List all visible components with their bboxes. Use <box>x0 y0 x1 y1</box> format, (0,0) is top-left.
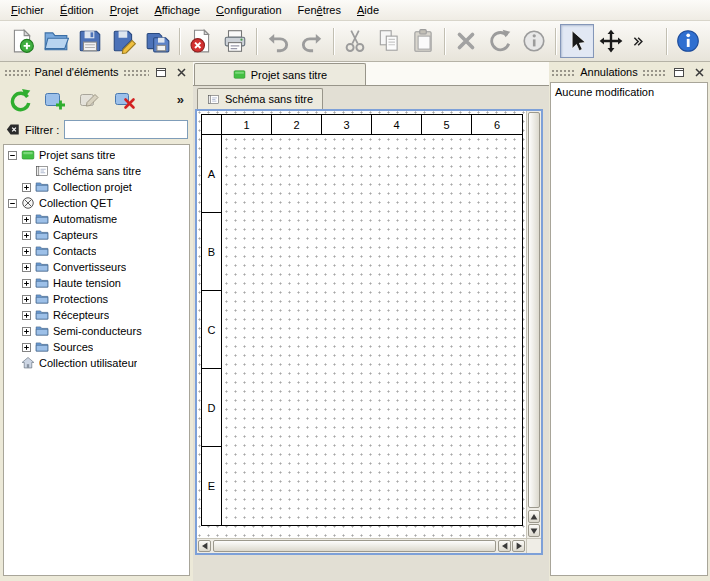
tree-item-collection-qet[interactable]: Collection QET <box>4 195 189 211</box>
tab-schema-sans-titre[interactable]: Schéma sans titre <box>197 88 323 109</box>
save-button[interactable] <box>73 24 107 58</box>
collapse-toggle[interactable] <box>7 199 18 208</box>
dock-grip[interactable] <box>551 68 576 77</box>
folder-icon <box>34 244 50 258</box>
open-document-button[interactable] <box>39 24 73 58</box>
cut-icon <box>342 28 368 54</box>
print-button[interactable] <box>218 24 252 58</box>
tree-item-protections[interactable]: Protections <box>4 291 189 307</box>
arrow-down-icon <box>530 527 538 535</box>
save-all-button[interactable] <box>141 24 175 58</box>
horizontal-scrollbar[interactable] <box>197 538 526 553</box>
tree-item-collection-utilisateur[interactable]: Collection utilisateur <box>4 355 189 371</box>
float-button[interactable] <box>153 65 169 79</box>
elements-panel-title: Panel d'éléments <box>34 66 118 78</box>
copy-button[interactable] <box>372 24 406 58</box>
reload-collections-button[interactable] <box>4 84 35 115</box>
close-button[interactable] <box>173 65 189 79</box>
menu-edition[interactable]: Édition <box>52 0 102 20</box>
menu-configuration[interactable]: Configuration <box>208 0 289 20</box>
tree-item-capteurs[interactable]: Capteurs <box>4 227 189 243</box>
close-file-button[interactable] <box>184 24 218 58</box>
elements-panel: Panel d'éléments » Filtrer : Projet sans… <box>0 62 193 581</box>
new-element-button[interactable] <box>39 84 70 115</box>
menu-fichier[interactable]: Fichier <box>3 0 52 20</box>
expand-toggle[interactable] <box>21 311 32 320</box>
tab-projet-sans-titre[interactable]: Projet sans titre <box>194 63 366 85</box>
redo-button[interactable] <box>295 24 329 58</box>
arrow-left-icon <box>201 542 209 550</box>
scroll-down-button[interactable] <box>528 524 540 537</box>
scroll-left-button[interactable] <box>198 540 211 552</box>
expand-toggle[interactable] <box>21 183 32 192</box>
tree-item-sources[interactable]: Sources <box>4 339 189 355</box>
expand-toggle[interactable] <box>21 327 32 336</box>
elements-toolbar-overflow-button[interactable]: » <box>172 85 189 115</box>
toolbar-separator <box>179 28 180 55</box>
expand-toggle[interactable] <box>21 263 32 272</box>
tree-item-automatisme[interactable]: Automatisme <box>4 211 189 227</box>
delete-element-button[interactable] <box>109 84 140 115</box>
horizontal-scrollbar-thumb[interactable] <box>213 540 496 552</box>
cut-button[interactable] <box>338 24 372 58</box>
toolbar-separator <box>333 28 334 55</box>
elements-toolbar: » <box>3 82 190 118</box>
menu-projet[interactable]: Projet <box>102 0 147 20</box>
float-icon <box>674 68 684 77</box>
refresh-icon <box>8 88 32 112</box>
visualisation-mode-button[interactable] <box>594 24 628 58</box>
qelectrotech-window: FichierÉditionProjetAffichageConfigurati… <box>0 0 710 581</box>
close-button[interactable] <box>691 65 707 79</box>
paste-button[interactable] <box>406 24 440 58</box>
dock-grip[interactable] <box>4 68 30 77</box>
save-as-button[interactable] <box>107 24 141 58</box>
collapse-toggle[interactable] <box>7 151 18 160</box>
about-qet-button[interactable] <box>671 24 705 58</box>
folder-icon <box>34 260 50 274</box>
conductor-properties-button[interactable] <box>517 24 551 58</box>
close-file-icon <box>188 28 214 54</box>
rotate-selection-button[interactable] <box>483 24 517 58</box>
frame-corner <box>202 115 222 134</box>
tree-item-schema-sans-titre[interactable]: Schéma sans titre <box>4 163 189 179</box>
scroll-left-alt-button[interactable] <box>498 540 511 552</box>
menu-fenetres[interactable]: Fenêtres <box>290 0 349 20</box>
tree-item-semi-conducteurs[interactable]: Semi-conducteurs <box>4 323 189 339</box>
delete-selection-button[interactable] <box>449 24 483 58</box>
expand-toggle[interactable] <box>21 231 32 240</box>
tree-item-convertisseurs[interactable]: Convertisseurs <box>4 259 189 275</box>
float-button[interactable] <box>671 65 687 79</box>
expand-toggle[interactable] <box>21 295 32 304</box>
move-icon <box>598 28 624 54</box>
expand-toggle[interactable] <box>21 279 32 288</box>
menu-affichage[interactable]: Affichage <box>146 0 208 20</box>
filter-input[interactable] <box>64 120 188 139</box>
scrollbar-corner <box>526 538 541 553</box>
new-element-icon <box>43 88 67 112</box>
tree-item-contacts[interactable]: Contacts <box>4 243 189 259</box>
edit-element-button[interactable] <box>74 84 105 115</box>
filter-clear-icon[interactable] <box>5 122 20 137</box>
expand-toggle[interactable] <box>21 343 32 352</box>
undo-button[interactable] <box>261 24 295 58</box>
dock-grip[interactable] <box>642 68 667 77</box>
tree-item-recepteurs[interactable]: Récepteurs <box>4 307 189 323</box>
menu-aide[interactable]: Aide <box>349 0 387 20</box>
vertical-scrollbar[interactable] <box>526 111 541 538</box>
arrow-up-icon <box>530 513 538 521</box>
selection-mode-button[interactable] <box>560 24 594 58</box>
expand-toggle[interactable] <box>21 247 32 256</box>
vertical-scrollbar-thumb[interactable] <box>528 112 540 508</box>
dock-grip[interactable] <box>123 68 149 77</box>
tree-item-projet-sans-titre[interactable]: Projet sans titre <box>4 147 189 163</box>
tree-item-collection-projet[interactable]: Collection projet <box>4 179 189 195</box>
diagram-canvas[interactable]: 123456 ABCDE <box>197 111 526 538</box>
expand-toggle[interactable] <box>21 215 32 224</box>
edit-element-icon <box>78 88 102 112</box>
scroll-right-button[interactable] <box>512 540 525 552</box>
scroll-up-button[interactable] <box>528 510 540 523</box>
new-document-button[interactable] <box>5 24 39 58</box>
qet-collection-icon <box>20 196 36 210</box>
toolbar-overflow-button[interactable] <box>628 24 646 58</box>
tree-item-haute-tension[interactable]: Haute tension <box>4 275 189 291</box>
